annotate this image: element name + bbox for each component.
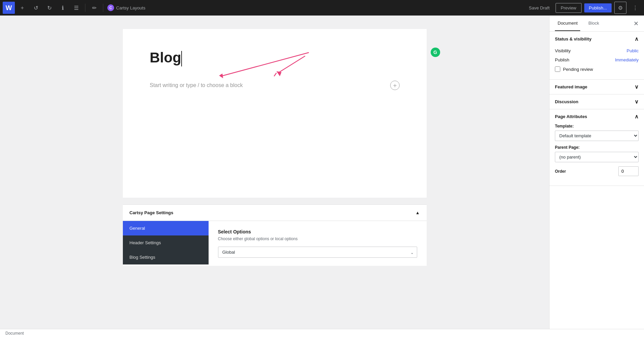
toolbar-separator-2	[103, 4, 103, 12]
chevron-up-icon: ∧	[635, 36, 639, 42]
chevron-down-icon: ∨	[635, 84, 639, 90]
block-placeholder: Start writing or type / to choose a bloc…	[150, 77, 400, 94]
wp-logo-icon[interactable]: W	[3, 2, 15, 14]
list-view-button[interactable]: ☰	[70, 2, 82, 14]
title-container: Blog	[150, 49, 400, 77]
page-attributes-body: Template: Default template Full Width No…	[549, 124, 644, 186]
cartsy-logo[interactable]: C Cartsy Layouts	[107, 4, 145, 11]
sidebar-item-blog-settings[interactable]: Blog Settings	[123, 250, 209, 264]
toolbar-right: Save Draft Preview Publish... ⚙ ⋮	[526, 2, 641, 14]
order-label: Order	[555, 169, 566, 174]
right-sidebar: Document Block ✕ Status & visibility ∧ V…	[549, 16, 644, 337]
editor-canvas: G Blog Start writing or type / to choose…	[123, 29, 427, 198]
preview-button[interactable]: Preview	[556, 3, 581, 13]
visibility-label: Visibility	[555, 48, 571, 53]
parent-page-select[interactable]: (no parent) Home About	[555, 152, 639, 162]
discussion-section: Discussion ∨	[549, 94, 644, 109]
undo-button[interactable]: ↺	[30, 2, 42, 14]
cartsy-settings-title: Cartsy Page Settings	[130, 210, 173, 215]
post-title[interactable]: Blog	[150, 49, 400, 66]
sidebar-item-general[interactable]: General	[123, 221, 209, 235]
chevron-up-icon-page-attr: ∧	[635, 113, 639, 120]
cartsy-settings-body: General Header Settings Blog Settings Se…	[123, 221, 427, 266]
settings-content: Select Options Choose either global opti…	[209, 221, 427, 266]
select-options-title: Select Options	[218, 229, 417, 234]
placeholder-text: Start writing or type / to choose a bloc…	[150, 82, 243, 88]
status-bar-label: Document	[5, 331, 24, 336]
featured-image-title: Featured image	[555, 84, 587, 89]
toolbar: W ＋ ↺ ↻ ℹ ☰ ✏ C Cartsy Layouts Save Draf…	[0, 0, 644, 16]
tab-document[interactable]: Document	[555, 16, 580, 31]
tab-block[interactable]: Block	[586, 16, 602, 31]
status-visibility-header[interactable]: Status & visibility ∧	[549, 32, 644, 46]
page-attributes-section: Page Attributes ∧ Template: Default temp…	[549, 109, 644, 186]
post-title-text: Blog	[150, 50, 181, 65]
sidebar-close-button[interactable]: ✕	[634, 20, 639, 27]
order-field: Order 0	[555, 166, 639, 176]
featured-image-section: Featured image ∨	[549, 80, 644, 94]
global-select-wrapper: Global	[218, 247, 417, 258]
page-attributes-header[interactable]: Page Attributes ∧	[549, 109, 644, 124]
title-cursor	[181, 51, 182, 66]
status-visibility-section: Status & visibility ∧ Visibility Public …	[549, 32, 644, 80]
visibility-row: Visibility Public	[555, 46, 639, 55]
publish-button[interactable]: Publish...	[584, 3, 612, 12]
parent-page-label: Parent Page:	[555, 145, 639, 150]
template-field: Template: Default template Full Width No…	[555, 124, 639, 141]
cartsy-page-settings-panel: Cartsy Page Settings ▲ General Header Se…	[123, 204, 427, 266]
add-block-button[interactable]: ＋	[16, 2, 28, 14]
sidebar-tabs: Document Block ✕	[549, 16, 644, 32]
more-options-button[interactable]: ⋮	[629, 2, 641, 14]
chevron-down-icon-discussion: ∨	[635, 99, 639, 105]
discussion-header[interactable]: Discussion ∨	[549, 94, 644, 109]
cartsy-icon: C	[107, 4, 114, 11]
visibility-value[interactable]: Public	[627, 48, 639, 53]
grammarly-icon: G	[431, 48, 440, 57]
pending-review-label: Pending review	[563, 67, 593, 72]
status-visibility-body: Visibility Public Publish Immediately Pe…	[549, 46, 644, 79]
status-bar: Document	[0, 329, 644, 337]
settings-button[interactable]: ⚙	[614, 2, 626, 14]
page-attributes-title: Page Attributes	[555, 114, 587, 119]
publish-label: Publish	[555, 57, 569, 62]
collapse-icon: ▲	[415, 210, 420, 215]
editor-area: G Blog Start writing or type / to choose…	[0, 16, 549, 337]
template-label: Template:	[555, 124, 639, 129]
pending-review-checkbox[interactable]	[555, 66, 560, 72]
parent-page-field: Parent Page: (no parent) Home About	[555, 145, 639, 162]
cartsy-label: Cartsy Layouts	[116, 5, 145, 10]
publish-row: Publish Immediately	[555, 55, 639, 64]
status-visibility-title: Status & visibility	[555, 36, 591, 41]
general-label: General	[130, 226, 145, 231]
featured-image-header[interactable]: Featured image ∨	[549, 80, 644, 94]
sidebar-item-header-settings[interactable]: Header Settings	[123, 235, 209, 250]
discussion-title: Discussion	[555, 99, 578, 104]
add-block-inline-button[interactable]: ＋	[390, 81, 400, 90]
pending-review-row: Pending review	[555, 64, 639, 74]
header-settings-label: Header Settings	[130, 240, 161, 245]
order-input[interactable]: 0	[618, 166, 639, 176]
save-draft-button[interactable]: Save Draft	[526, 3, 553, 12]
redo-button[interactable]: ↻	[43, 2, 55, 14]
tools-button[interactable]: ✏	[88, 2, 100, 14]
toolbar-separator	[85, 4, 85, 12]
select-options-desc: Choose either global options or local op…	[218, 236, 417, 241]
info-button[interactable]: ℹ	[57, 2, 69, 14]
main-container: G Blog Start writing or type / to choose…	[0, 16, 644, 337]
global-select[interactable]: Global	[218, 247, 417, 258]
blog-settings-label: Blog Settings	[130, 255, 156, 260]
settings-sidebar: General Header Settings Blog Settings	[123, 221, 209, 266]
template-select[interactable]: Default template Full Width No Sidebar	[555, 131, 639, 141]
publish-value[interactable]: Immediately	[615, 57, 639, 62]
cartsy-settings-header[interactable]: Cartsy Page Settings ▲	[123, 204, 427, 221]
